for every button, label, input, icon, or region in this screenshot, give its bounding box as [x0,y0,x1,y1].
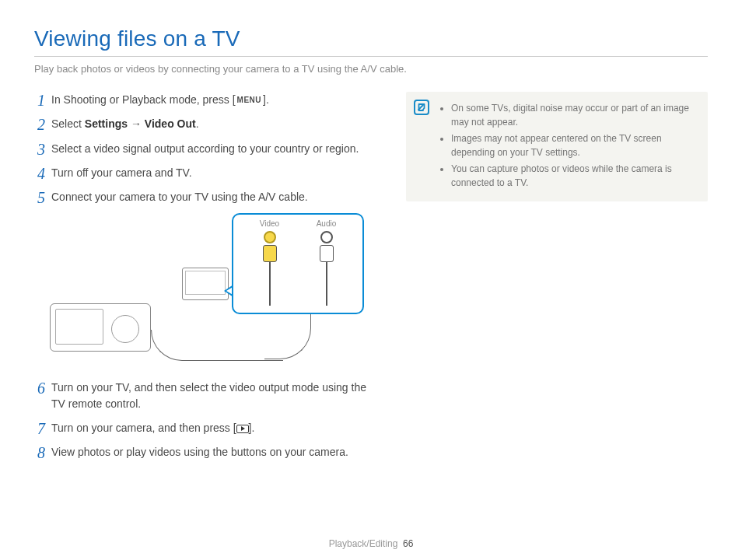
plug-labels: Video Audio [241,219,355,228]
step-7-post: ]. [249,422,255,434]
note-3: You can capture photos or videos while t… [451,162,697,190]
content-columns: In Shooting or Playback mode, press [MEN… [34,92,708,469]
note-1: On some TVs, digital noise may occur or … [451,101,697,129]
step-2-videoout: Video Out [145,117,196,130]
video-label: Video [260,219,279,228]
step-4: Turn off your camera and TV. [34,165,376,180]
step-2-arrow: → [128,117,145,130]
tv-icon [182,268,229,300]
page-subtitle: Play back photos or videos by connecting… [34,63,708,75]
title-rule [34,56,708,57]
cable-icon-2 [264,313,311,359]
note-icon [414,100,429,115]
menu-icon: MENU [236,95,263,107]
step-5: Connect your camera to your TV using the… [34,189,376,205]
note-2: Images may not appear centered on the TV… [451,131,697,159]
audio-label: Audio [317,219,337,228]
audio-plug-icon [319,231,334,306]
step-2-settings: Settings [85,117,128,130]
step-6: Turn on your TV, and then select the vid… [34,380,376,411]
step-2-pre: Select [51,117,85,130]
step-list: In Shooting or Playback mode, press [MEN… [34,92,376,205]
playback-icon [236,425,249,433]
plug-row [241,231,355,306]
left-column: In Shooting or Playback mode, press [MEN… [34,92,376,469]
footer-section: Playback/Editing [329,538,398,549]
right-column: On some TVs, digital noise may occur or … [406,92,708,469]
step-7: Turn on your camera, and then press []. [34,420,376,436]
page-footer: Playback/Editing 66 [0,538,742,549]
step-2-post: . [196,117,199,130]
step-1-pre: In Shooting or Playback mode, press [ [51,93,236,106]
step-7-pre: Turn on your camera, and then press [ [51,422,236,434]
step-1: In Shooting or Playback mode, press [MEN… [34,92,376,107]
camera-icon [50,303,151,352]
av-plug-callout: Video Audio [232,213,364,314]
cable-icon [151,330,283,361]
video-plug-icon [262,231,278,306]
step-3: Select a video signal output according t… [34,141,376,156]
step-list-continued: Turn on your TV, and then select the vid… [34,380,376,460]
step-1-post: ]. [263,93,269,106]
connection-diagram: Video Audio [34,213,376,369]
step-2: Select Settings → Video Out. [34,116,376,131]
note-list: On some TVs, digital noise may occur or … [440,101,697,190]
footer-page: 66 [403,538,413,549]
note-box: On some TVs, digital noise may occur or … [406,92,708,201]
page-title: Viewing files on a TV [34,26,708,51]
step-8: View photos or play videos using the but… [34,444,376,460]
